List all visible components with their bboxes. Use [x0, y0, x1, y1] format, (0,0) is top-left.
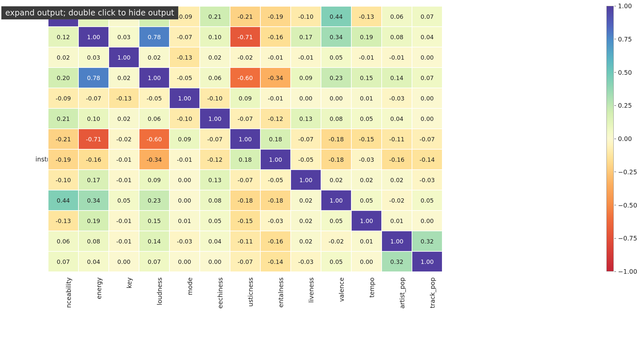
- colorbar-gradient: [606, 6, 614, 271]
- heatmap-cell: -0.19: [260, 6, 291, 27]
- heatmap-cell: 0.00: [169, 190, 200, 211]
- heatmap-cell: -0.14: [260, 251, 291, 272]
- heatmap-cell: 0.21: [200, 6, 230, 27]
- heatmap-cell: 0.14: [139, 231, 169, 251]
- heatmap-cell: 0.09: [169, 129, 200, 149]
- heatmap-cell: 1.00: [291, 170, 321, 190]
- tooltip-text: expand output; double click to hide outp…: [5, 8, 174, 17]
- heatmap-cell: 0.00: [169, 170, 200, 190]
- heatmap-cell: 0.02: [351, 170, 382, 190]
- heatmap-cell: 0.17: [291, 27, 321, 47]
- heatmap-cell: 0.02: [109, 108, 139, 129]
- heatmap-cell: -0.71: [230, 27, 260, 47]
- heatmap-cell: 0.23: [321, 68, 351, 88]
- x-axis-label: mode: [186, 277, 193, 330]
- output-toggle-tooltip[interactable]: expand output; double click to hide outp…: [1, 6, 178, 19]
- heatmap-cell: 0.02: [48, 47, 78, 68]
- heatmap-cell: 0.05: [200, 211, 230, 231]
- heatmap-cell: 0.05: [321, 211, 351, 231]
- heatmap-cell: 0.23: [139, 190, 169, 211]
- heatmap-cell: -0.01: [109, 211, 139, 231]
- heatmap-cell: 0.04: [412, 27, 442, 47]
- heatmap-cell: 0.18: [260, 129, 291, 149]
- heatmap-cell: 0.05: [412, 190, 442, 211]
- heatmap-cell: -0.07: [78, 88, 109, 108]
- heatmap-cell: 0.02: [291, 231, 321, 251]
- heatmap-cell: -0.09: [48, 88, 78, 108]
- heatmap-cell: 0.00: [412, 211, 442, 231]
- heatmap-cell: -0.71: [78, 129, 109, 149]
- heatmap-cell: -0.10: [169, 108, 200, 129]
- heatmap-cell: 0.19: [78, 211, 109, 231]
- heatmap-cell: 0.10: [200, 27, 230, 47]
- heatmap-cell: 0.08: [78, 231, 109, 251]
- heatmap-cell: 0.19: [351, 27, 382, 47]
- heatmap-cell: -0.05: [260, 170, 291, 190]
- heatmap-cell: 0.01: [169, 211, 200, 231]
- heatmap-cell: -0.12: [260, 108, 291, 129]
- heatmap-cell: -0.02: [230, 47, 260, 68]
- heatmap-cell: 0.32: [412, 231, 442, 251]
- heatmap-cell: 0.20: [48, 68, 78, 88]
- x-axis-label: eechiness: [217, 277, 224, 330]
- x-axis-label: energy: [95, 277, 102, 330]
- x-axis-label: valence: [338, 277, 345, 330]
- heatmap-cell: -0.14: [412, 149, 442, 170]
- heatmap-grid: 1.000.120.020.20-0.090.21-0.21-0.19-0.10…: [48, 6, 443, 272]
- heatmap-cell: 0.32: [382, 251, 412, 272]
- heatmap-cell: -0.13: [109, 88, 139, 108]
- heatmap-cell: 0.10: [78, 108, 109, 129]
- heatmap-cell: -0.10: [200, 88, 230, 108]
- x-axis-label: liveness: [307, 277, 315, 330]
- heatmap-cell: 0.00: [412, 88, 442, 108]
- heatmap-cell: -0.11: [382, 129, 412, 149]
- colorbar: 1.000.750.500.250.00−0.25−0.50−0.75−1.00: [606, 6, 639, 273]
- heatmap-cell: -0.03: [260, 211, 291, 231]
- heatmap-cell: -0.16: [260, 27, 291, 47]
- heatmap-cell: -0.01: [382, 47, 412, 68]
- heatmap-cell: 0.14: [382, 68, 412, 88]
- heatmap-cell: -0.18: [321, 129, 351, 149]
- heatmap-cell: 0.05: [351, 190, 382, 211]
- heatmap-cell: -0.01: [169, 149, 200, 170]
- heatmap-cell: -0.16: [260, 231, 291, 251]
- heatmap-cell: -0.34: [139, 149, 169, 170]
- heatmap-cell: 0.17: [78, 170, 109, 190]
- heatmap-cell: -0.13: [169, 47, 200, 68]
- heatmap-cell: -0.34: [260, 68, 291, 88]
- heatmap-cell: 0.00: [169, 251, 200, 272]
- heatmap-cell: 0.15: [351, 68, 382, 88]
- heatmap-cell: 0.44: [48, 190, 78, 211]
- heatmap-cell: -0.01: [109, 149, 139, 170]
- heatmap-cell: 0.06: [200, 68, 230, 88]
- heatmap-cell: 0.09: [291, 68, 321, 88]
- heatmap-cell: 0.02: [291, 190, 321, 211]
- heatmap-cell: -0.18: [321, 149, 351, 170]
- heatmap-cell: 0.78: [78, 68, 109, 88]
- heatmap-cell: -0.05: [169, 68, 200, 88]
- heatmap-cell: 0.00: [321, 88, 351, 108]
- heatmap-cell: -0.10: [291, 6, 321, 27]
- heatmap-cell: 0.02: [291, 211, 321, 231]
- x-axis-label: nceability: [65, 277, 72, 330]
- heatmap-cell: 0.05: [321, 251, 351, 272]
- heatmap-cell: 1.00: [109, 47, 139, 68]
- heatmap-cell: -0.03: [291, 251, 321, 272]
- heatmap-cell: 0.06: [382, 6, 412, 27]
- heatmap-cell: 0.07: [412, 6, 442, 27]
- heatmap-cell: 0.02: [321, 170, 351, 190]
- heatmap-cell: 1.00: [412, 251, 442, 272]
- heatmap-cell: 0.09: [139, 170, 169, 190]
- heatmap-cell: -0.10: [48, 170, 78, 190]
- heatmap-cell: 1.00: [169, 88, 200, 108]
- heatmap-cell: 0.02: [109, 68, 139, 88]
- heatmap-cell: -0.11: [230, 231, 260, 251]
- heatmap-cell: -0.01: [109, 170, 139, 190]
- heatmap-cell: -0.03: [351, 149, 382, 170]
- heatmap-cell: -0.15: [351, 129, 382, 149]
- heatmap-cell: -0.07: [169, 27, 200, 47]
- heatmap-cell: -0.02: [109, 129, 139, 149]
- heatmap-cell: 0.21: [48, 108, 78, 129]
- heatmap-cell: -0.01: [291, 47, 321, 68]
- heatmap-cell: 0.07: [412, 68, 442, 88]
